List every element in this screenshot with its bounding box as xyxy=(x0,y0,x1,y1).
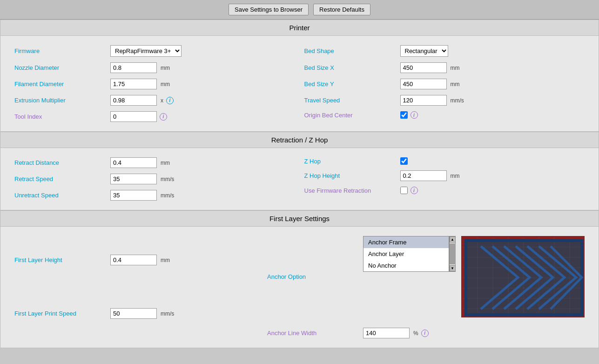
filament-diameter-input[interactable] xyxy=(110,79,157,89)
z-hop-height-input[interactable] xyxy=(400,170,447,181)
printer-left-col: Firmware RepRapFirmware 3+ Marlin Klippe… xyxy=(10,40,300,127)
first-layer-print-speed-row: First Layer Print Speed mm/s xyxy=(14,305,258,322)
retraction-left-col: Retract Distance mm Retract Speed mm/s U… xyxy=(10,153,300,205)
anchor-option-row: Anchor Option Anchor Frame Anchor Layer … xyxy=(267,233,585,320)
printer-right-col: Bed Shape Rectangular Circular Custom Be… xyxy=(300,40,590,127)
bed-size-x-unit: mm xyxy=(451,65,460,71)
tool-index-row: Tool Index i xyxy=(14,108,295,125)
first-layer-print-speed-label: First Layer Print Speed xyxy=(14,310,108,317)
first-layer-print-speed-input[interactable] xyxy=(110,308,157,319)
extrusion-multiplier-label: Extrusion Multiplier xyxy=(14,97,108,104)
firmware-label: Firmware xyxy=(14,47,108,54)
retraction-form-grid: Retract Distance mm Retract Speed mm/s U… xyxy=(0,148,599,210)
no-anchor-item[interactable]: No Anchor xyxy=(363,260,449,271)
travel-speed-input[interactable] xyxy=(400,95,447,106)
top-bar: Save Settings to Browser Restore Default… xyxy=(0,0,599,20)
anchor-listbox[interactable]: Anchor Frame Anchor Layer No Anchor xyxy=(363,236,449,272)
nozzle-diameter-input[interactable] xyxy=(110,62,157,73)
z-hop-height-row: Z Hop Height mm xyxy=(304,168,585,184)
travel-speed-label: Travel Speed xyxy=(304,97,397,104)
anchor-frame-item[interactable]: Anchor Frame xyxy=(363,236,449,248)
first-layer-height-row: First Layer Height mm xyxy=(14,252,258,268)
nozzle-diameter-unit: mm xyxy=(161,65,170,71)
extrusion-multiplier-unit: x xyxy=(161,97,163,104)
unretract-speed-input[interactable] xyxy=(110,190,157,201)
retract-distance-input[interactable] xyxy=(110,157,157,168)
tool-index-info-icon[interactable]: i xyxy=(160,113,167,121)
anchor-layer-item[interactable]: Anchor Layer xyxy=(363,248,449,260)
first-layer-height-label: First Layer Height xyxy=(14,256,108,263)
nozzle-diameter-row: Nozzle Diameter mm xyxy=(14,60,295,76)
first-layer-section-header: First Layer Settings xyxy=(0,211,599,227)
unretract-speed-unit: mm/s xyxy=(161,192,174,199)
nozzle-diameter-label: Nozzle Diameter xyxy=(14,64,108,71)
travel-speed-row: Travel Speed mm/s xyxy=(304,92,585,108)
retraction-right-col: Z Hop Z Hop Height mm Use Firmware Retra… xyxy=(300,153,590,205)
firmware-retraction-row: Use Firmware Retraction i xyxy=(304,184,585,197)
anchor-scroll-down-button[interactable]: ▼ xyxy=(450,265,456,271)
bed-size-x-row: Bed Size X mm xyxy=(304,60,585,76)
anchor-preview xyxy=(461,236,585,317)
z-hop-height-unit: mm xyxy=(451,173,460,179)
extrusion-multiplier-row: Extrusion Multiplier x i xyxy=(14,92,295,108)
anchor-line-width-unit: % xyxy=(413,330,418,337)
filament-diameter-label: Filament Diameter xyxy=(14,81,108,88)
bed-size-x-input[interactable] xyxy=(400,62,447,73)
bed-size-y-row: Bed Size Y mm xyxy=(304,76,585,92)
retract-speed-input[interactable] xyxy=(110,174,157,184)
tool-index-label: Tool Index xyxy=(14,113,108,120)
bed-size-y-input[interactable] xyxy=(400,79,447,89)
z-hop-label: Z Hop xyxy=(304,158,397,165)
tool-index-input[interactable] xyxy=(110,111,157,122)
travel-speed-unit: mm/s xyxy=(451,97,464,104)
z-hop-checkbox[interactable] xyxy=(400,157,408,165)
anchor-line-width-label: Anchor Line Width xyxy=(267,330,360,337)
anchor-preview-svg xyxy=(462,237,585,317)
printer-form-grid: Firmware RepRapFirmware 3+ Marlin Klippe… xyxy=(0,36,599,131)
bed-size-y-label: Bed Size Y xyxy=(304,81,397,88)
origin-bed-center-checkbox[interactable] xyxy=(400,111,408,119)
anchor-scroll-thumb xyxy=(450,243,456,264)
filament-diameter-unit: mm xyxy=(161,81,170,88)
first-layer-form-grid: First Layer Height mm First Layer Print … xyxy=(0,227,599,348)
retract-speed-unit: mm/s xyxy=(161,176,174,182)
origin-bed-center-label: Origin Bed Center xyxy=(304,112,397,119)
first-layer-height-unit: mm xyxy=(161,257,170,263)
unretract-speed-label: Unretract Speed xyxy=(14,192,108,199)
first-layer-print-speed-unit: mm/s xyxy=(161,310,174,317)
anchor-scrollbar: ▲ ▼ xyxy=(449,236,456,272)
origin-bed-center-info-icon[interactable]: i xyxy=(411,111,418,119)
printer-section: Printer Firmware RepRapFirmware 3+ Marli… xyxy=(0,20,599,132)
save-settings-button[interactable]: Save Settings to Browser xyxy=(229,4,309,15)
anchor-scroll-up-button[interactable]: ▲ xyxy=(450,236,456,243)
retract-distance-unit: mm xyxy=(161,160,170,166)
main-container: Save Settings to Browser Restore Default… xyxy=(0,0,599,364)
anchor-line-width-info-icon[interactable]: i xyxy=(421,330,429,337)
firmware-row: Firmware RepRapFirmware 3+ Marlin Klippe… xyxy=(14,42,295,60)
firmware-select[interactable]: RepRapFirmware 3+ Marlin Klipper Repetie… xyxy=(110,45,182,57)
first-layer-height-input[interactable] xyxy=(110,255,157,265)
firmware-retraction-info-icon[interactable]: i xyxy=(411,187,418,194)
unretract-speed-row: Unretract Speed mm/s xyxy=(14,187,295,203)
firmware-retraction-label: Use Firmware Retraction xyxy=(304,187,397,194)
extrusion-multiplier-input[interactable] xyxy=(110,95,157,106)
firmware-retraction-checkbox[interactable] xyxy=(400,187,408,194)
z-hop-height-label: Z Hop Height xyxy=(304,172,397,179)
anchor-line-width-row: Anchor Line Width % i xyxy=(267,325,585,341)
printer-section-header: Printer xyxy=(0,20,599,36)
anchor-line-width-input[interactable] xyxy=(363,328,410,338)
anchor-listbox-container: Anchor Frame Anchor Layer No Anchor ▲ ▼ xyxy=(363,236,456,272)
bed-shape-label: Bed Shape xyxy=(304,47,397,54)
filament-diameter-row: Filament Diameter mm xyxy=(14,76,295,92)
first-layer-left-col: First Layer Height mm First Layer Print … xyxy=(10,231,262,324)
retract-distance-label: Retract Distance xyxy=(14,159,108,166)
retraction-section: Retraction / Z Hop Retract Distance mm R… xyxy=(0,132,599,210)
retract-distance-row: Retract Distance mm xyxy=(14,155,295,171)
anchor-option-label: Anchor Option xyxy=(267,273,360,280)
bed-shape-select[interactable]: Rectangular Circular Custom xyxy=(400,45,448,57)
first-layer-right-col: Anchor Option Anchor Frame Anchor Layer … xyxy=(262,231,589,343)
bed-size-x-label: Bed Size X xyxy=(304,64,397,71)
extrusion-multiplier-info-icon[interactable]: i xyxy=(166,97,174,104)
retract-speed-row: Retract Speed mm/s xyxy=(14,171,295,187)
restore-defaults-button[interactable]: Restore Defaults xyxy=(313,4,370,15)
